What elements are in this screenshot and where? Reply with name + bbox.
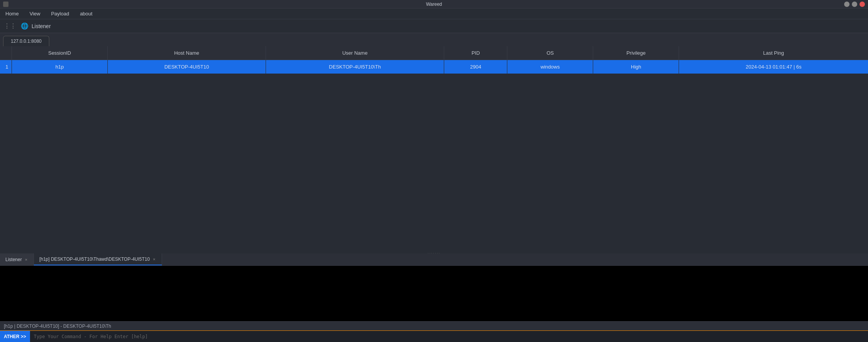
command-bar: ATHER >>	[0, 330, 868, 342]
bottom-tab-bar: Listener × [h1p] DESKTOP-4UI5T10\Thawd\D…	[0, 253, 868, 266]
window-controls	[844, 2, 865, 7]
col-username: User Name	[266, 46, 444, 60]
menu-payload[interactable]: Payload	[49, 10, 72, 17]
bottom-tab-session[interactable]: [h1p] DESKTOP-4UI5T10\Thawd\DESKTOP-4UI5…	[34, 253, 162, 265]
globe-icon: 🌐	[21, 22, 28, 30]
cell-pid: 2904	[444, 60, 507, 74]
col-lastping: Last Ping	[679, 46, 868, 60]
cell-sessionid: h1p	[12, 60, 108, 74]
title-bar: Wareed	[0, 0, 868, 8]
bottom-tab-session-label: [h1p] DESKTOP-4UI5T10\Thawd\DESKTOP-4UI5…	[39, 256, 150, 262]
command-input[interactable]	[30, 331, 868, 342]
sessions-table: SessionID Host Name User Name PID OS Pri…	[0, 46, 868, 74]
col-num	[0, 46, 12, 60]
tab-listener-address[interactable]: 127.0.0.1:8080	[3, 36, 49, 46]
toolbar: ⋮⋮ 🌐 Listener	[0, 19, 868, 33]
bottom-tab-listener-label: Listener	[5, 257, 22, 262]
menu-home[interactable]: Home	[3, 10, 21, 17]
terminal-area[interactable]	[0, 266, 868, 321]
col-hostname: Host Name	[108, 46, 266, 60]
sessions-table-container: SessionID Host Name User Name PID OS Pri…	[0, 46, 868, 162]
table-header: SessionID Host Name User Name PID OS Pri…	[0, 46, 868, 60]
close-button[interactable]	[860, 2, 865, 7]
minimize-button[interactable]	[844, 2, 850, 7]
cell-os: windows	[507, 60, 593, 74]
cell-lastping: 2024-04-13 01:01:47 | 6s	[679, 60, 868, 74]
menu-view[interactable]: View	[27, 10, 43, 17]
toolbar-title: Listener	[32, 23, 51, 29]
row-num: 1	[0, 60, 12, 74]
maximize-button[interactable]	[852, 2, 857, 7]
status-text: [h1p | DESKTOP-4UI5T10] - DESKTOP-4UI5T1…	[4, 324, 111, 329]
resize-handle[interactable]: .......	[0, 250, 868, 253]
table-row[interactable]: 1 h1p DESKTOP-4UI5T10 DESKTOP-4UI5T10\Th…	[0, 60, 868, 74]
table-empty-area	[0, 162, 868, 250]
tab-bar: 127.0.0.1:8080	[0, 33, 868, 46]
cell-privilege: High	[593, 60, 679, 74]
menu-bar: Home View Payload about	[0, 8, 868, 19]
cell-username: DESKTOP-4UI5T10\Th	[266, 60, 444, 74]
col-privilege: Privilege	[593, 46, 679, 60]
bottom-tab-listener[interactable]: Listener ×	[0, 253, 34, 265]
bottom-tab-session-close[interactable]: ×	[152, 257, 156, 262]
status-bar: [h1p | DESKTOP-4UI5T10] - DESKTOP-4UI5T1…	[0, 321, 868, 330]
command-prompt: ATHER >>	[0, 331, 30, 342]
window-title: Wareed	[426, 2, 442, 7]
app-icon	[3, 2, 8, 7]
cell-hostname: DESKTOP-4UI5T10	[108, 60, 266, 74]
menu-about[interactable]: about	[78, 10, 95, 17]
bottom-tab-listener-close[interactable]: ×	[24, 257, 28, 262]
drag-handle: ⋮⋮	[4, 22, 16, 30]
col-sessionid: SessionID	[12, 46, 108, 60]
table-body: 1 h1p DESKTOP-4UI5T10 DESKTOP-4UI5T10\Th…	[0, 60, 868, 74]
bottom-panel: Listener × [h1p] DESKTOP-4UI5T10\Thawd\D…	[0, 253, 868, 342]
col-pid: PID	[444, 46, 507, 60]
col-os: OS	[507, 46, 593, 60]
